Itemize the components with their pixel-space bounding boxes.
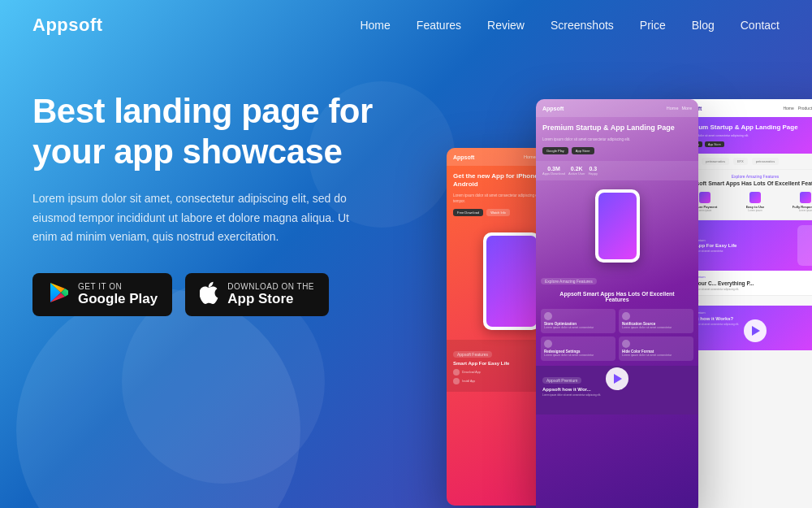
card-middle-btn1: Google Play: [542, 147, 568, 154]
card-middle-buttons: Google Play App Store: [542, 147, 692, 154]
white-feat-3: Fully Responsive Lorem ipsum: [782, 189, 812, 215]
phone-screen: [486, 236, 537, 327]
card-middle-logo: Appsoft: [542, 106, 564, 111]
card-right-play[interactable]: [744, 319, 767, 342]
google-play-button[interactable]: GET IT ON Google Play: [32, 273, 172, 316]
card-left-btn2: Watch Info: [486, 209, 510, 216]
card-middle-feat-title: Appsoft Smart Apps Has Lots Of Excellent…: [541, 288, 693, 306]
app-store-text: Download on the App Store: [227, 282, 314, 307]
brand-logo: Appsoft: [32, 15, 103, 36]
card-left-logo: Appsoft: [453, 154, 474, 160]
nav-link-features[interactable]: Features: [417, 19, 461, 32]
mockup-card-middle: Appsoft Home More Premium Startup & App …: [536, 99, 698, 508]
nav-link-blog[interactable]: Blog: [692, 19, 715, 32]
nav-links: Home Features Review Screenshots Price B…: [360, 18, 780, 33]
card-middle-desc: Lorem ipsum dolor sit amet consectetur a…: [542, 137, 692, 143]
apple-icon: [200, 281, 219, 308]
hero-right: Appsoft Home Features More Get the new A…: [422, 67, 780, 489]
hero-section: Best landing page for your app showcase …: [0, 50, 812, 489]
hero-left: Best landing page for your app showcase …: [32, 67, 422, 489]
app-store-button[interactable]: Download on the App Store: [185, 273, 329, 316]
card-left-badge: Appsoft Features: [453, 351, 492, 358]
nav-link-price[interactable]: Price: [640, 19, 666, 32]
card-middle-why: Explore Amazing Features Appsoft Smart A…: [536, 271, 698, 309]
card-left-btn1: Free Download: [453, 209, 483, 216]
card-feat-4: Hide Color Format Lorem ipsum dolor sit …: [619, 336, 693, 361]
hero-title: Best landing page for your app showcase: [32, 91, 422, 173]
stat-1: 0.3M Apps Download: [542, 166, 565, 176]
google-play-text: GET IT ON Google Play: [78, 282, 158, 307]
card-middle-play[interactable]: [606, 367, 628, 390]
navbar: Appsoft Home Features Review Screenshots…: [0, 0, 812, 50]
card-feat-2: Notification Source Lorem ipsum dolor si…: [619, 309, 693, 333]
stat-3: 0.3 Happy: [588, 166, 598, 176]
store-buttons: GET IT ON Google Play Download on the Ap…: [32, 273, 422, 316]
card-middle-btn2: App Store: [572, 147, 594, 154]
card-feat-1: Store Optimization Lorem ipsum dolor sit…: [541, 309, 615, 333]
card-middle-phone: [595, 189, 640, 263]
card-middle-nav: Appsoft Home More: [536, 99, 698, 117]
play-triangle: [614, 374, 622, 384]
google-play-icon: [47, 281, 70, 308]
card-right-purple-img: [797, 225, 812, 266]
nav-link-contact[interactable]: Contact: [741, 19, 780, 32]
card-middle-hero: Premium Startup & App Landing Page Lorem…: [536, 117, 698, 161]
card-middle-title: Premium Startup & App Landing Page: [542, 124, 692, 133]
white-feat-2: Easy to Use Lorem ipsum: [731, 189, 779, 215]
card-middle-features: Store Optimization Lorem ipsum dolor sit…: [536, 309, 698, 366]
nav-link-review[interactable]: Review: [487, 19, 525, 32]
stat-2: 0.2K Active User: [568, 166, 585, 176]
nav-link-screenshots[interactable]: Screenshots: [551, 19, 614, 32]
card-feat-3: Redesigned Settings Lorem ipsum dolor si…: [541, 336, 615, 361]
nav-link-home[interactable]: Home: [360, 19, 390, 32]
hero-description: Lorem ipsum dolor sit amet, consectetur …: [32, 189, 374, 247]
card-middle-how: Appsoft Premium Appsoft how it Wor... Lo…: [536, 366, 698, 415]
card-middle-stats: 0.3M Apps Download 0.2K Active User 0.3 …: [536, 161, 698, 180]
card-right-features-grid: Secure Payment Lorem ipsum Easy to Use L…: [680, 189, 812, 215]
card-left-phone: [483, 232, 540, 330]
